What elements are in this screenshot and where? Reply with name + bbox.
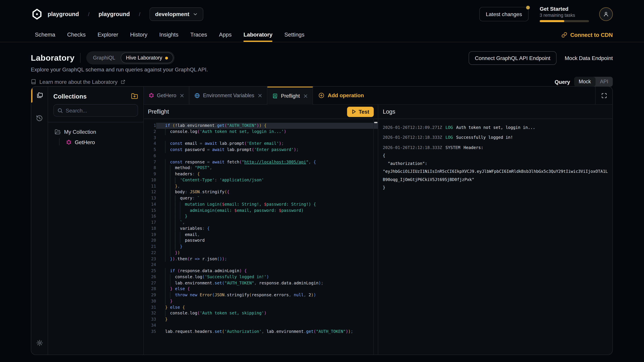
code-line-content[interactable]: console.log('Successfully logged in!') bbox=[156, 274, 378, 280]
breadcrumb-org[interactable]: playground bbox=[48, 11, 79, 17]
get-started-widget[interactable]: Get Started 3 remaining tasks bbox=[540, 6, 589, 22]
tab-preflight[interactable]: Preflight bbox=[268, 87, 313, 105]
code-line-content[interactable]: password bbox=[156, 238, 378, 244]
code-line-content[interactable]: variables: { bbox=[156, 226, 378, 232]
fullscreen-button[interactable] bbox=[595, 87, 612, 105]
code-line-content[interactable]: console.log('Auth token not set, loggin … bbox=[156, 129, 378, 135]
code-line-content[interactable]: }) bbox=[156, 250, 378, 256]
line-number: 35 bbox=[144, 329, 156, 335]
code-line-content[interactable] bbox=[156, 153, 378, 159]
code-line: 25 if (response.data.adminLogin) { bbox=[144, 268, 378, 274]
search-input[interactable] bbox=[66, 107, 134, 113]
code-line-content[interactable]: console.log('Auth token set, skipping') bbox=[156, 310, 378, 317]
code-editor[interactable]: 1if (!lab.environment.get("AUTH_TOKEN"))… bbox=[144, 119, 378, 355]
nav-item-apps[interactable]: Apps bbox=[219, 28, 232, 42]
mock-data-endpoint-button[interactable]: Mock Data Endpoint bbox=[565, 55, 613, 61]
nav-items: SchemaChecksExplorerHistoryInsightsTrace… bbox=[35, 28, 304, 42]
test-button-label: Test bbox=[359, 109, 369, 115]
line-number: 30 bbox=[144, 298, 156, 304]
code-line-content[interactable]: method: "POST", bbox=[156, 165, 378, 171]
nav-item-explorer[interactable]: Explorer bbox=[98, 28, 118, 42]
scrollbar-thumb[interactable] bbox=[374, 122, 378, 123]
target-select[interactable]: development bbox=[150, 7, 204, 21]
line-number: 12 bbox=[144, 189, 156, 195]
target-select-value: development bbox=[155, 11, 189, 17]
collection-folder-row[interactable]: My Collection bbox=[52, 127, 139, 137]
latest-changes-button[interactable]: Latest changes bbox=[479, 7, 528, 21]
line-number: 1 bbox=[144, 123, 156, 129]
code-line-content[interactable]: } else { bbox=[156, 286, 378, 292]
code-line-content[interactable]: }).then(r => r.json()); bbox=[156, 256, 378, 262]
code-line-content[interactable]: mutation Login($email: String!, $passwor… bbox=[156, 201, 378, 207]
line-number: 25 bbox=[144, 268, 156, 274]
user-icon bbox=[603, 11, 609, 17]
test-button[interactable]: Test bbox=[347, 107, 374, 117]
toggle-graphiql[interactable]: GraphiQL bbox=[88, 52, 120, 63]
code-line-content[interactable]: const password = await lab.prompt('Enter… bbox=[156, 147, 378, 153]
code-line-content[interactable] bbox=[156, 323, 378, 329]
close-icon[interactable] bbox=[304, 94, 308, 98]
close-icon[interactable] bbox=[180, 93, 184, 97]
code-line: 3 bbox=[144, 135, 378, 141]
code-line-content[interactable]: if (!lab.environment.get("AUTH_TOKEN")) … bbox=[156, 123, 378, 129]
line-number: 31 bbox=[144, 304, 156, 310]
nav-item-settings[interactable]: Settings bbox=[284, 28, 304, 42]
tab-environment-variables[interactable]: Environment Variables bbox=[190, 87, 268, 105]
mode-option-mock[interactable]: Mock bbox=[574, 77, 596, 87]
collections-icon bbox=[36, 91, 43, 99]
nav-item-laboratory[interactable]: Laboratory bbox=[244, 28, 272, 42]
code-line-content[interactable]: if (response.data.adminLogin) { bbox=[156, 268, 378, 274]
code-line-content[interactable]: }, bbox=[156, 183, 378, 189]
operation-label: GetHero bbox=[75, 139, 95, 145]
code-line-content[interactable]: const email = await lab.prompt('Enter em… bbox=[156, 141, 378, 147]
mode-option-api[interactable]: API bbox=[596, 77, 613, 87]
code-line: 8 method: "POST", bbox=[144, 165, 378, 171]
code-line-content[interactable] bbox=[156, 262, 378, 268]
rail-collections-button[interactable] bbox=[31, 87, 48, 104]
code-line-content[interactable]: 'Content-Type': 'application/json' bbox=[156, 177, 378, 183]
close-icon[interactable] bbox=[258, 93, 262, 97]
code-line-content[interactable]: query: ` bbox=[156, 195, 378, 201]
connect-cdn-link[interactable]: Connect to CDN bbox=[561, 28, 613, 42]
code-line-content[interactable]: } bbox=[156, 214, 378, 220]
rail-settings-button[interactable] bbox=[31, 334, 48, 351]
code-line-content[interactable]: lab.request.headers.set('Authorization',… bbox=[156, 329, 378, 335]
log-line: "authorization": bbox=[383, 161, 608, 166]
code-line-content[interactable]: headers: { bbox=[156, 171, 378, 177]
code-line-content[interactable]: const response = await fetch("http://loc… bbox=[156, 159, 378, 165]
code-line-content[interactable] bbox=[156, 135, 378, 141]
connect-endpoint-button[interactable]: Connect GraphQL API Endpoint bbox=[469, 51, 556, 65]
code-line: 16 } bbox=[144, 214, 378, 220]
nav-item-schema[interactable]: Schema bbox=[35, 28, 55, 42]
code-line-content[interactable]: `, bbox=[156, 220, 378, 226]
code-line-content[interactable]: body: JSON.stringify({ bbox=[156, 189, 378, 195]
code-line-content[interactable]: lab.environment.set("AUTH_TOKEN", respon… bbox=[156, 280, 378, 286]
nav-item-traces[interactable]: Traces bbox=[190, 28, 207, 42]
code-line-content[interactable]: throw new Error(JSON.stringify(response.… bbox=[156, 292, 378, 298]
tab-gethero[interactable]: GetHero bbox=[144, 87, 189, 105]
line-number: 5 bbox=[144, 147, 156, 153]
code-line: 15 adminLogin(email: $email, password: $… bbox=[144, 207, 378, 214]
breadcrumb-project[interactable]: playground bbox=[98, 11, 130, 17]
line-number: 9 bbox=[144, 171, 156, 177]
hive-logo-icon[interactable] bbox=[31, 8, 43, 19]
log-message: Auth token not set, loggin in... bbox=[456, 124, 535, 130]
code-line-content[interactable]: } bbox=[156, 244, 378, 250]
avatar[interactable] bbox=[599, 7, 613, 21]
code-line-content[interactable]: } bbox=[156, 317, 378, 323]
add-operation-button[interactable]: Add operation bbox=[313, 92, 366, 98]
nav-item-insights[interactable]: Insights bbox=[159, 28, 178, 42]
code-line-content[interactable]: } bbox=[156, 298, 378, 304]
operation-row-gethero[interactable]: GetHero bbox=[52, 137, 139, 147]
nav-item-history[interactable]: History bbox=[130, 28, 148, 42]
collections-title: Collections bbox=[53, 93, 86, 100]
code-line-content[interactable]: email, bbox=[156, 232, 378, 238]
tree-guide-line bbox=[59, 138, 60, 145]
learn-more-link[interactable]: Learn more about the Laboratory bbox=[31, 79, 125, 85]
toggle-hive-laboratory[interactable]: Hive Laboratory bbox=[120, 52, 173, 63]
rail-history-button[interactable] bbox=[31, 110, 48, 127]
add-collection-button[interactable] bbox=[131, 93, 138, 100]
code-line-content[interactable]: adminLogin(email: $email, password: $pas… bbox=[156, 207, 378, 214]
code-line-content[interactable]: } else { bbox=[156, 304, 378, 310]
nav-item-checks[interactable]: Checks bbox=[67, 28, 86, 42]
